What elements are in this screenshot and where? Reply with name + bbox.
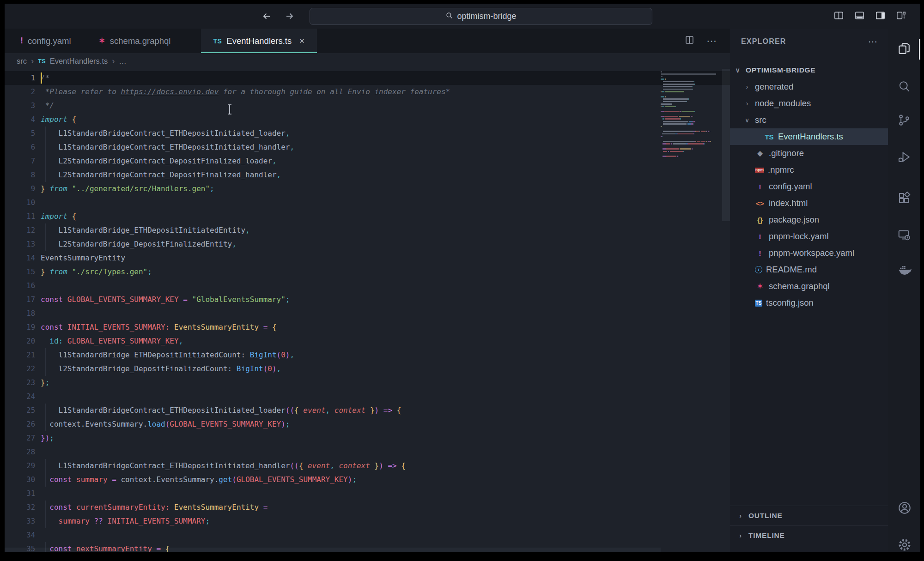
sidebar-item-pnpm-lock-yaml[interactable]: !pnpm-lock.yaml (730, 228, 888, 245)
code-line[interactable]: 3 */ (5, 99, 730, 113)
tab-schema-graphql[interactable]: ✶ schema.graphql (87, 29, 183, 53)
line-number[interactable]: 13 (5, 237, 35, 251)
line-number[interactable]: 23 (5, 376, 35, 390)
code-line[interactable]: 24 (5, 390, 730, 404)
outline-panel-header[interactable]: › OUTLINE (730, 506, 888, 525)
line-number[interactable]: 12 (5, 223, 35, 237)
minimap[interactable] (661, 71, 722, 158)
code-line[interactable]: 34 (5, 528, 730, 542)
close-tab-icon[interactable]: ✕ (299, 37, 305, 45)
explorer-more-actions-icon[interactable]: ⋯ (868, 36, 878, 47)
code-line[interactable]: 12 L1StandardBridge_ETHDepositInitiatedE… (5, 223, 730, 237)
docker-icon[interactable] (897, 262, 911, 276)
code-line[interactable]: 28 (5, 445, 730, 459)
line-number[interactable]: 20 (5, 334, 35, 348)
code-line[interactable]: 18 (5, 307, 730, 320)
line-number[interactable]: 32 (5, 501, 35, 514)
command-center-search[interactable]: optimism-bridge (310, 8, 652, 25)
line-number[interactable]: 34 (5, 528, 35, 542)
code-line[interactable]: 33 summary ?? INITIAL_EVENTS_SUMMARY; (5, 514, 730, 528)
tab-config-yaml[interactable]: ! config.yaml (8, 29, 83, 53)
line-number[interactable]: 22 (5, 362, 35, 376)
code-line[interactable]: 14EventsSummaryEntity (5, 251, 730, 265)
code-line[interactable]: 21 l1StandardBridge_ETHDepositInitiatedC… (5, 348, 730, 362)
code-line[interactable]: 2 *Please refer to https://docs.envio.de… (5, 85, 730, 99)
account-icon[interactable] (897, 501, 911, 514)
tab-eventhandlers-ts[interactable]: TS EventHandlers.ts ✕ (201, 29, 316, 53)
code-line[interactable]: 26 context.EventsSummary.load(GLOBAL_EVE… (5, 417, 730, 431)
line-number[interactable]: 1 (5, 71, 35, 85)
forward-arrow-icon[interactable] (284, 11, 295, 22)
code-line[interactable]: 9} from "../generated/src/Handlers.gen"; (5, 182, 730, 196)
sidebar-item-config-yaml[interactable]: !config.yaml (730, 178, 888, 195)
toggle-panel-layout-icon[interactable] (833, 10, 844, 23)
sidebar-item-readme-md[interactable]: iREADME.md (730, 261, 888, 278)
line-number[interactable]: 21 (5, 348, 35, 362)
breadcrumb-symbol[interactable]: … (119, 57, 127, 66)
sidebar-item-src[interactable]: ∨src (730, 112, 888, 128)
sidebar-item-generated[interactable]: ›generated (730, 78, 888, 95)
code-line[interactable]: 32 const currentSummaryEntity: EventsSum… (5, 501, 730, 514)
sidebar-item-package-json[interactable]: {}package.json (730, 211, 888, 228)
line-number[interactable]: 4 (5, 113, 35, 127)
code-line[interactable]: 19const INITIAL_EVENTS_SUMMARY: EventsSu… (5, 320, 730, 334)
toggle-bottom-panel-icon[interactable] (854, 10, 865, 23)
line-number[interactable]: 7 (5, 154, 35, 168)
line-number[interactable]: 29 (5, 459, 35, 473)
line-number[interactable]: 24 (5, 390, 35, 404)
customize-layout-icon[interactable] (896, 10, 906, 23)
code-line[interactable]: 30 const summary = context.EventsSummary… (5, 473, 730, 487)
sidebar-item-optimism-bridge[interactable]: ∨OPTIMISM-BRIDGE (730, 62, 888, 78)
sidebar-item-tsconfig-json[interactable]: TStsconfig.json (730, 295, 888, 311)
line-number[interactable]: 5 (5, 127, 35, 140)
sidebar-item-pnpm-workspace-yaml[interactable]: !pnpm-workspace.yaml (730, 245, 888, 261)
line-number[interactable]: 28 (5, 445, 35, 459)
breadcrumb-folder[interactable]: src (17, 57, 27, 66)
search-view-icon[interactable] (897, 79, 911, 93)
split-editor-icon[interactable] (685, 35, 694, 47)
sidebar-item-node-modules[interactable]: ›node_modules (730, 95, 888, 112)
line-number[interactable]: 10 (5, 196, 35, 210)
sidebar-item--npmrc[interactable]: npm.npmrc (730, 162, 888, 178)
code-line[interactable]: 16 (5, 279, 730, 293)
source-control-icon[interactable] (897, 113, 911, 127)
code-line[interactable]: 8 L2StandardBridgeContract_DepositFinali… (5, 168, 730, 182)
line-number[interactable]: 2 (5, 85, 35, 99)
code-line[interactable]: 7 L2StandardBridgeContract_DepositFinali… (5, 154, 730, 168)
line-number[interactable]: 11 (5, 210, 35, 223)
line-number[interactable]: 27 (5, 431, 35, 445)
sidebar-item--gitignore[interactable]: ◆.gitignore (730, 145, 888, 162)
live-preview-icon[interactable] (897, 228, 911, 242)
code-line[interactable]: 23}; (5, 376, 730, 390)
code-line[interactable]: 1/* (5, 71, 730, 85)
code-line[interactable]: 31 (5, 487, 730, 501)
code-line[interactable]: 13 L2StandardBridge_DepositFinalizedEnti… (5, 237, 730, 251)
line-number[interactable]: 14 (5, 251, 35, 265)
code-line[interactable]: 11import { (5, 210, 730, 223)
editor-more-actions-icon[interactable]: ⋯ (706, 35, 717, 47)
code-line[interactable]: 29 L1StandardBridgeContract_ETHDepositIn… (5, 459, 730, 473)
line-number[interactable]: 19 (5, 320, 35, 334)
editor-horizontal-scrollbar[interactable] (5, 548, 661, 552)
code-line[interactable]: 27}); (5, 431, 730, 445)
editor-scrollbar[interactable] (722, 69, 730, 221)
sidebar-item-index-html[interactable]: <>index.html (730, 195, 888, 211)
line-number[interactable]: 9 (5, 182, 35, 196)
run-debug-icon[interactable] (897, 150, 911, 164)
line-number[interactable]: 33 (5, 514, 35, 528)
timeline-panel-header[interactable]: › TIMELINE (730, 525, 888, 545)
code-line[interactable]: 15} from "./src/Types.gen"; (5, 265, 730, 279)
toggle-right-sidebar-icon[interactable] (875, 10, 886, 23)
line-number[interactable]: 15 (5, 265, 35, 279)
code-line[interactable]: 4import { (5, 113, 730, 127)
breadcrumb-file[interactable]: EventHandlers.ts (50, 57, 108, 66)
code-line[interactable]: 10 (5, 196, 730, 210)
settings-gear-icon[interactable] (897, 537, 911, 551)
line-number[interactable]: 30 (5, 473, 35, 487)
line-number[interactable]: 25 (5, 404, 35, 417)
extensions-icon[interactable] (897, 191, 911, 205)
line-number[interactable]: 26 (5, 417, 35, 431)
code-line[interactable]: 20 id: GLOBAL_EVENTS_SUMMARY_KEY, (5, 334, 730, 348)
sidebar-item-eventhandlers-ts[interactable]: TSEventHandlers.ts (730, 128, 888, 145)
sidebar-item-schema-graphql[interactable]: ✶schema.graphql (730, 278, 888, 295)
